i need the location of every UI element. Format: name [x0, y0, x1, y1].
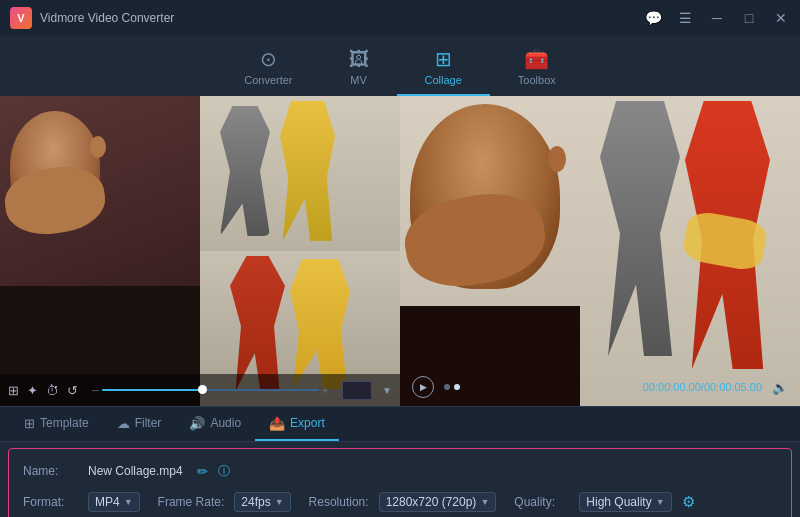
- collage-label: Collage: [425, 74, 462, 86]
- converter-label: Converter: [244, 74, 292, 86]
- tab-audio[interactable]: 🔊 Audio: [175, 407, 255, 441]
- info-icon[interactable]: ⓘ: [218, 463, 230, 480]
- format-label: Format:: [23, 495, 78, 509]
- right-panel: ▶ 00:00:00.00/00:00:05.00 🔊: [400, 96, 800, 406]
- tab-filter-label: Filter: [135, 416, 162, 430]
- quality-dropdown[interactable]: High Quality ▼: [579, 492, 671, 512]
- play-button[interactable]: ▶: [412, 376, 434, 398]
- format-dropdown[interactable]: MP4 ▼: [88, 492, 140, 512]
- minimize-button[interactable]: ─: [708, 9, 726, 27]
- toolbox-label: Toolbox: [518, 74, 556, 86]
- dot-2: [454, 384, 460, 390]
- collage-cell-left[interactable]: [0, 96, 200, 406]
- name-value: New Collage.mp4: [88, 464, 183, 478]
- collage-cells-right: [200, 96, 400, 406]
- quality-value: High Quality: [586, 495, 651, 509]
- edit-name-button[interactable]: ✏: [197, 464, 208, 479]
- export-icon: 📤: [269, 416, 285, 431]
- collage-icon: ⊞: [435, 47, 452, 71]
- nav-converter[interactable]: ⊙ Converter: [216, 41, 320, 96]
- mini-preview: [342, 381, 372, 400]
- app-icon: V: [10, 7, 32, 29]
- export-panel: Name: New Collage.mp4 ✏ ⓘ Format: MP4 ▼ …: [8, 448, 792, 517]
- quality-arrow-icon: ▼: [656, 497, 665, 507]
- main-area: ⊞ ✦ ⏱ ↺ ─ + ▼: [0, 96, 800, 406]
- toolbox-icon: 🧰: [524, 47, 549, 71]
- framerate-arrow-icon: ▼: [275, 497, 284, 507]
- app-title: Vidmore Video Converter: [40, 11, 174, 25]
- format-row: Format: MP4 ▼ Frame Rate: 24fps ▼ Resolu…: [23, 488, 777, 516]
- tab-export-label: Export: [290, 416, 325, 430]
- maximize-button[interactable]: □: [740, 9, 758, 27]
- dot-indicator: [444, 384, 460, 390]
- converter-icon: ⊙: [260, 47, 277, 71]
- nav-bar: ⊙ Converter 🖼 MV ⊞ Collage 🧰 Toolbox: [0, 36, 800, 96]
- audio-icon: 🔊: [189, 416, 205, 431]
- nav-collage[interactable]: ⊞ Collage: [397, 41, 490, 96]
- title-bar-controls: 💬 ☰ ─ □ ✕: [644, 9, 790, 27]
- resolution-value: 1280x720 (720p): [386, 495, 477, 509]
- resolution-dropdown[interactable]: 1280x720 (720p) ▼: [379, 492, 497, 512]
- tab-template[interactable]: ⊞ Template: [10, 407, 103, 441]
- name-row: Name: New Collage.mp4 ✏ ⓘ: [23, 457, 777, 485]
- framerate-dropdown[interactable]: 24fps ▼: [234, 492, 290, 512]
- nav-mv[interactable]: 🖼 MV: [321, 42, 397, 96]
- menu-button[interactable]: ☰: [676, 9, 694, 27]
- play-icon: ▶: [420, 382, 427, 392]
- settings-icon[interactable]: ⚙: [682, 493, 695, 511]
- format-arrow-icon: ▼: [124, 497, 133, 507]
- tab-bar: ⊞ Template ☁ Filter 🔊 Audio 📤 Export: [0, 406, 800, 442]
- title-bar: V Vidmore Video Converter 💬 ☰ ─ □ ✕: [0, 0, 800, 36]
- collage-controls: ⊞ ✦ ⏱ ↺ ─ + ▼: [0, 374, 400, 406]
- right-controls: ▶ 00:00:00.00/00:00:05.00 🔊: [400, 376, 800, 398]
- format-value: MP4: [95, 495, 120, 509]
- tab-template-label: Template: [40, 416, 89, 430]
- sparkle-icon[interactable]: ✦: [27, 383, 38, 398]
- framerate-label: Frame Rate:: [158, 495, 225, 509]
- resolution-arrow-icon: ▼: [480, 497, 489, 507]
- rotate-icon[interactable]: ↺: [67, 383, 78, 398]
- collage-cell-top[interactable]: [200, 96, 400, 251]
- framerate-value: 24fps: [241, 495, 270, 509]
- layout-icon[interactable]: ⊞: [8, 383, 19, 398]
- tab-audio-label: Audio: [210, 416, 241, 430]
- chat-button[interactable]: 💬: [644, 9, 662, 27]
- close-button[interactable]: ✕: [772, 9, 790, 27]
- name-label: Name:: [23, 464, 78, 478]
- nav-toolbox[interactable]: 🧰 Toolbox: [490, 41, 584, 96]
- filter-icon: ☁: [117, 416, 130, 431]
- resolution-label: Resolution:: [309, 495, 369, 509]
- tab-export[interactable]: 📤 Export: [255, 407, 339, 441]
- dot-1: [444, 384, 450, 390]
- mv-icon: 🖼: [349, 48, 369, 71]
- title-bar-left: V Vidmore Video Converter: [10, 7, 174, 29]
- tab-filter[interactable]: ☁ Filter: [103, 407, 176, 441]
- quality-label: Quality:: [514, 495, 569, 509]
- template-icon: ⊞: [24, 416, 35, 431]
- clock-icon[interactable]: ⏱: [46, 383, 59, 398]
- mv-label: MV: [350, 74, 367, 86]
- left-panel: ⊞ ✦ ⏱ ↺ ─ + ▼: [0, 96, 400, 406]
- time-display: 00:00:00.00/00:00:05.00: [643, 381, 762, 393]
- volume-button[interactable]: 🔊: [772, 380, 788, 395]
